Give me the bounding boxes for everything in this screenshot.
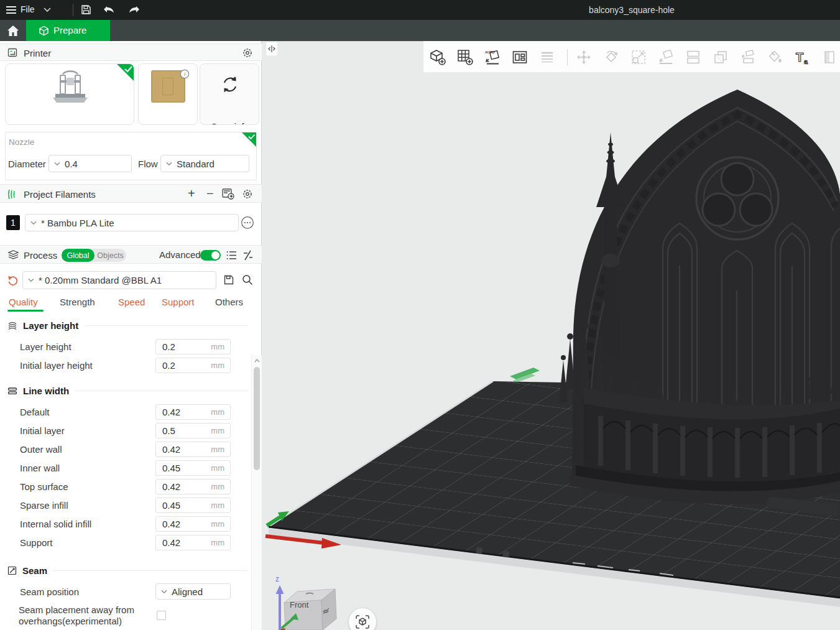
rotate-icon[interactable]	[602, 49, 620, 66]
sync-info-button[interactable]: Sync info	[200, 63, 259, 125]
filaments-section-header: Project Filaments + −	[0, 184, 262, 203]
scrollbar-thumb[interactable]	[254, 367, 260, 470]
viewport-toolbar: AUTO Ta	[423, 41, 840, 73]
layer-height-input[interactable]: 0.2mm	[155, 339, 231, 354]
arrange-icon[interactable]	[511, 49, 528, 66]
filament-more-icon[interactable]	[241, 216, 254, 229]
main-tabbar: Prepare Preview Device Project Calibrati…	[0, 20, 840, 41]
split-to-objects-icon[interactable]	[685, 49, 702, 66]
plate-qr-mark	[476, 547, 482, 554]
filament-select[interactable]: * Bambu PLA Lite	[25, 214, 239, 231]
nozzle-diameter-select[interactable]: 0.4	[48, 155, 132, 172]
compare-presets-icon[interactable]	[242, 250, 253, 261]
row-label: Support	[20, 537, 53, 548]
svg-text:a: a	[804, 58, 808, 65]
plate-handle-arrow[interactable]	[510, 368, 540, 382]
titlebar: File balcony3_square-hole	[0, 0, 840, 20]
ams-icon[interactable]	[222, 188, 234, 200]
scope-global[interactable]: Global	[62, 249, 95, 262]
advanced-toggle[interactable]	[200, 250, 221, 261]
clone-icon[interactable]	[712, 49, 729, 66]
panel-collapse-handle[interactable]	[266, 42, 277, 55]
line-width-initial-layer-input[interactable]: 0.5mm	[155, 423, 231, 438]
text-tool-icon[interactable]: Ta	[794, 49, 811, 66]
tab-support[interactable]: Support	[162, 297, 195, 307]
model-gothic-balcony[interactable]	[559, 90, 840, 517]
tab-quality[interactable]: Quality	[9, 297, 38, 307]
file-menu-chevron-icon[interactable]	[44, 7, 51, 12]
navcube-front-label[interactable]: Front	[290, 600, 308, 609]
save-icon[interactable]	[81, 4, 91, 15]
color-paint-icon[interactable]	[767, 49, 784, 66]
printer-card[interactable]: Bambu Lab A1	[5, 63, 134, 125]
plate-card[interactable]: i Texture…	[138, 63, 198, 125]
printer-settings-gear-icon[interactable]	[242, 47, 253, 58]
printer-synced-badge-icon	[117, 64, 134, 81]
navigation-cube[interactable]: Front z	[274, 575, 348, 630]
seam-overhang-checkbox[interactable]	[157, 611, 166, 620]
line-width-internal-solid-infill-input[interactable]: 0.42mm	[155, 516, 231, 532]
bambu-studio-window: File balcony3_square-hole Prepare	[0, 0, 840, 630]
tab-quality-underline	[7, 310, 44, 312]
plate-info-icon[interactable]: i	[180, 69, 190, 79]
move-icon[interactable]	[575, 49, 593, 66]
scale-icon[interactable]	[630, 49, 647, 66]
viewport-3d-scene[interactable]	[262, 42, 840, 630]
settings-scrollbar[interactable]	[251, 355, 262, 630]
reset-preset-icon[interactable]	[7, 275, 19, 286]
filament-settings-gear-icon[interactable]	[242, 188, 253, 200]
tab-others[interactable]: Others	[215, 297, 243, 307]
process-scope-toggle[interactable]: Global Objects	[62, 249, 126, 262]
filaments-section-title: Project Filaments	[24, 189, 96, 200]
toolbar-divider	[567, 49, 568, 65]
initial-layer-height-input[interactable]: 0.2mm	[155, 358, 231, 373]
row-label: Layer height	[20, 341, 72, 352]
nozzle-flow-select[interactable]: Standard	[160, 155, 249, 172]
variable-layer-height-icon[interactable]	[538, 49, 556, 66]
prepare-cube-icon	[39, 25, 49, 36]
undo-icon[interactable]	[103, 4, 115, 14]
home-icon[interactable]	[7, 25, 19, 37]
seam-paint-icon[interactable]	[821, 49, 839, 66]
line-width-inner-wall-input[interactable]: 0.45mm	[155, 460, 231, 476]
scope-objects[interactable]: Objects	[95, 251, 126, 260]
line-width-sparse-infill-input[interactable]: 0.45mm	[155, 498, 231, 513]
tab-prepare[interactable]: Prepare	[26, 20, 110, 41]
file-menu[interactable]: File	[21, 4, 35, 14]
parameter-list-icon[interactable]	[226, 251, 237, 260]
tab-strength[interactable]: Strength	[60, 297, 95, 307]
viewport-3d[interactable]	[262, 41, 840, 630]
split-to-parts-icon[interactable]	[739, 49, 757, 66]
cube-faces	[284, 589, 336, 630]
line-width-default-input[interactable]: 0.42mm	[155, 404, 231, 420]
process-preset-select[interactable]: * 0.20mm Standard @BBL A1	[22, 271, 216, 289]
layer-height-icon	[7, 322, 17, 330]
place-on-face-icon[interactable]	[657, 49, 675, 66]
redo-icon[interactable]	[128, 4, 141, 14]
add-filament-icon[interactable]: +	[188, 187, 195, 201]
sync-info-label: Sync info	[200, 121, 259, 125]
search-preset-icon[interactable]	[242, 274, 253, 285]
main-menu-icon[interactable]	[6, 6, 16, 14]
add-model-icon[interactable]	[429, 49, 446, 66]
titlebar-divider	[73, 4, 73, 16]
save-preset-icon[interactable]	[223, 274, 234, 285]
printer-section-header: Printer	[0, 44, 262, 61]
line-width-outer-wall-input[interactable]: 0.42mm	[155, 442, 231, 457]
nozzle-flow-label: Flow	[138, 159, 158, 169]
filament-slot-number[interactable]: 1	[6, 215, 20, 230]
nozzle-box: Nozzle Diameter 0.4 Flow Standard	[5, 132, 257, 180]
printer-icon	[7, 48, 18, 58]
line-width-support-input[interactable]: 0.42mm	[155, 535, 231, 550]
row-label: Seam placement away from overhangs(exper…	[19, 605, 154, 627]
tab-speed[interactable]: Speed	[118, 297, 145, 307]
seam-position-select[interactable]: Aligned	[155, 583, 231, 600]
line-width-top-surface-input[interactable]: 0.42mm	[155, 479, 231, 494]
printer-photo	[44, 70, 96, 106]
remove-filament-icon[interactable]: −	[206, 187, 214, 201]
nozzle-synced-badge-icon	[242, 132, 256, 147]
add-plate-icon[interactable]	[456, 49, 474, 66]
navcube-z-axis	[276, 585, 284, 630]
auto-orient-icon[interactable]: AUTO	[484, 49, 501, 66]
filament-icon	[7, 189, 20, 200]
